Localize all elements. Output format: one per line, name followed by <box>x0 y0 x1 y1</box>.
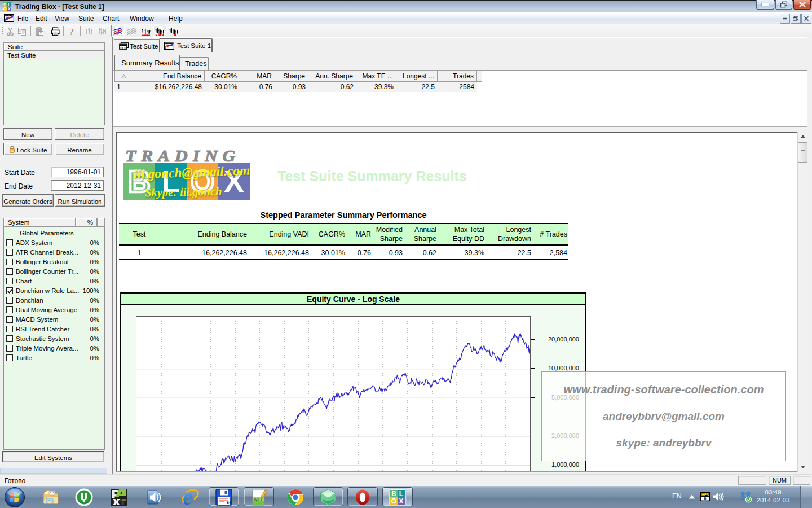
system-row[interactable]: Dual Moving Average0% <box>4 305 104 315</box>
print-icon[interactable] <box>51 27 60 36</box>
equity-curve-gray-icon[interactable] <box>127 27 136 36</box>
delete-button[interactable]: Delete <box>55 128 104 140</box>
trades-underline-icon[interactable] <box>142 27 151 36</box>
utorrent-icon[interactable] <box>75 488 93 506</box>
grid-header-ann-sharpe[interactable]: Ann. Sharpe <box>308 70 356 82</box>
system-row[interactable]: Bollinger Counter Tr...0% <box>4 267 104 277</box>
generate-orders-button[interactable]: Generate Orders <box>2 194 54 207</box>
cut-icon[interactable] <box>6 27 15 36</box>
grid-cell-end-balance[interactable]: $16,262,226.48 <box>133 82 205 92</box>
grid-header-end-balance[interactable]: End Balance <box>133 70 205 82</box>
system-checkbox[interactable] <box>6 326 13 332</box>
grid-cell-trades[interactable]: 2584 <box>438 82 477 92</box>
menu-help[interactable]: Help <box>169 15 183 23</box>
tab-test-suite-1[interactable]: Test Suite 1 <box>159 38 213 52</box>
subtab-trades[interactable]: Trades <box>180 57 209 70</box>
system-checkbox[interactable] <box>6 239 13 246</box>
help-icon[interactable]: ? <box>67 27 76 36</box>
show-desktop-button[interactable] <box>800 486 812 508</box>
system-row[interactable]: Bollinger Breakout0% <box>4 257 104 267</box>
grid-header-mar[interactable]: MAR <box>240 70 275 82</box>
system-row[interactable]: MACD System0% <box>4 315 104 325</box>
start-date-field[interactable]: 1996-01-01 <box>51 167 104 177</box>
end-date-field[interactable]: 2012-12-31 <box>51 180 104 191</box>
menu-window[interactable]: Window <box>130 15 154 23</box>
ie-icon[interactable]: e <box>181 488 199 506</box>
report-vscrollbar[interactable] <box>797 132 807 472</box>
grid-cell-num[interactable]: 1 <box>114 82 133 92</box>
grid-header-sharpe[interactable]: Sharpe <box>275 70 308 82</box>
system-checkbox[interactable] <box>6 287 13 294</box>
mdi-close-button[interactable] <box>801 14 811 24</box>
menu-view[interactable]: View <box>55 15 69 23</box>
grid-header-trades[interactable]: Trades <box>438 70 477 82</box>
chart-window-icon[interactable] <box>4 14 14 22</box>
fx4-icon[interactable] <box>110 488 128 506</box>
restore-button[interactable] <box>775 0 792 10</box>
edit-systems-button[interactable]: Edit Systems <box>2 451 104 462</box>
run-simulation-button[interactable]: Run Simulation <box>55 194 105 207</box>
mdi-restore-button[interactable] <box>791 14 801 24</box>
menu-suite[interactable]: Suite <box>78 15 94 23</box>
opera-icon[interactable] <box>354 488 372 506</box>
grid-cell-longest[interactable]: 22.5 <box>396 82 438 92</box>
subtab-summary-results[interactable]: Summary Results <box>114 55 180 70</box>
system-row[interactable]: ADX System0% <box>4 238 104 248</box>
scrollbar-thumb[interactable] <box>798 142 807 163</box>
system-row[interactable]: Donchian0% <box>4 296 104 305</box>
stepped-params-icon[interactable] <box>85 27 94 36</box>
grid-header-cagr[interactable]: CAGR% <box>205 70 240 82</box>
menu-file[interactable]: File <box>17 15 28 23</box>
grid-header-longest[interactable]: Longest ... <box>396 70 438 82</box>
grid-cell-max-te[interactable]: 39.3% <box>356 82 396 92</box>
system-list[interactable]: Global ParametersADX System0%ATR Channel… <box>3 227 105 450</box>
system-row[interactable]: Global Parameters <box>4 229 104 238</box>
grid-cell-ann-sharpe[interactable]: 0.62 <box>308 82 356 92</box>
volume-icon[interactable] <box>146 488 164 506</box>
stepped-params-2-icon[interactable] <box>98 27 107 36</box>
trades-dashes-icon[interactable] <box>155 27 164 36</box>
grid-header-sort[interactable] <box>114 70 133 82</box>
system-checkbox[interactable] <box>6 335 13 342</box>
system-checkbox[interactable] <box>6 345 13 352</box>
tray-language[interactable]: EN <box>672 492 682 500</box>
suite-list[interactable]: Test Suite <box>3 51 105 125</box>
system-checkbox[interactable] <box>6 306 13 313</box>
new-button[interactable]: New <box>3 128 52 140</box>
scroll-down-button[interactable] <box>798 462 808 472</box>
close-button[interactable] <box>793 0 811 10</box>
system-checkbox[interactable] <box>6 278 13 284</box>
chrome-icon[interactable] <box>286 488 304 506</box>
trades-mark-icon[interactable] <box>169 27 178 36</box>
tray-dropbox-icon[interactable] <box>739 491 752 503</box>
tray-volume-icon[interactable] <box>713 492 724 501</box>
system-checkbox[interactable] <box>6 259 13 265</box>
paste-icon[interactable] <box>35 27 44 36</box>
floppy64-icon[interactable]: 64 <box>215 488 233 506</box>
system-checkbox[interactable] <box>6 249 13 256</box>
system-checkbox[interactable] <box>6 316 13 323</box>
tray-hfs-icon[interactable]: HFS 0 <box>700 492 710 501</box>
cube-icon[interactable] <box>319 488 337 506</box>
grid-cell-cagr[interactable]: 30.01% <box>205 82 240 92</box>
explorer-icon[interactable] <box>42 488 60 506</box>
mdi-minimize-button[interactable] <box>780 14 790 24</box>
grid-cell-mar[interactable]: 0.76 <box>240 82 275 92</box>
pct-column-header[interactable]: % <box>76 218 97 227</box>
system-checkbox[interactable] <box>6 354 13 361</box>
scroll-up-button[interactable] <box>798 132 808 141</box>
system-checkbox[interactable] <box>6 268 13 275</box>
system-row[interactable]: Chart0% <box>4 277 104 286</box>
suite-list-item[interactable]: Test Suite <box>5 51 104 60</box>
grid-header-max-te[interactable]: Max TE ... <box>356 70 396 82</box>
lock-suite-button[interactable]: Lock Suite <box>3 143 52 155</box>
copy-icon[interactable] <box>17 27 27 36</box>
system-row[interactable]: ATR Channel Break...0% <box>4 248 104 257</box>
tab-test-suite[interactable]: Test Suite <box>114 39 160 52</box>
system-row[interactable]: Donchian w Rule La...100% <box>4 286 104 296</box>
grid-cell-sharpe[interactable]: 0.93 <box>275 82 308 92</box>
blox-icon[interactable]: B L O X <box>389 488 407 506</box>
equity-curve-icon[interactable] <box>113 27 122 36</box>
system-checkbox[interactable] <box>6 297 13 304</box>
system-row[interactable]: Stochastic System0% <box>4 334 104 344</box>
